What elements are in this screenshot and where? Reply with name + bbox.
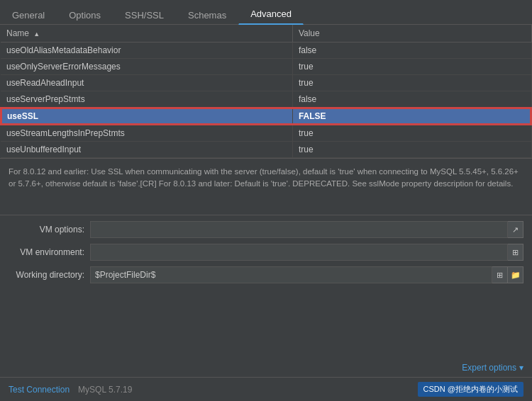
vm-options-input[interactable]	[90, 221, 508, 238]
table-cell-value: true	[292, 75, 531, 91]
properties-table: Name ▲ Value useOldAliasMetadataBehavior…	[0, 25, 532, 158]
tab-general[interactable]: General	[0, 5, 57, 25]
table-cell-value: false	[292, 43, 531, 59]
vm-options-label: VM options:	[9, 225, 90, 235]
table-cell-name: useStreamLengthsInPrepStmts	[1, 125, 292, 142]
working-directory-input-group: ⊞ 📁	[90, 266, 523, 283]
table-row[interactable]: useSSLFALSE	[1, 108, 531, 125]
table-cell-name: useOldAliasMetadataBehavior	[1, 43, 292, 59]
vm-environment-browse-btn[interactable]: ⊞	[508, 244, 523, 261]
watermark-label: CSDN @拒绝内卷的小测试	[418, 382, 523, 397]
vm-options-input-group: ↗	[90, 221, 523, 238]
table-cell-name: useUnbufferedInput	[1, 142, 292, 158]
tab-options[interactable]: Options	[57, 5, 113, 25]
tab-ssh_ssl[interactable]: SSH/SSL	[113, 5, 176, 25]
table-cell-value: FALSE	[292, 108, 531, 125]
working-directory-label: Working directory:	[9, 270, 90, 280]
column-name-header[interactable]: Name ▲	[1, 25, 292, 43]
expert-options-row: Expert options ▾	[0, 360, 532, 377]
table-cell-value: true	[292, 125, 531, 142]
working-directory-browse-btn1[interactable]: ⊞	[492, 266, 508, 283]
tab-schemas[interactable]: Schemas	[176, 5, 238, 25]
mysql-version: MySQL 5.7.19	[78, 385, 132, 395]
table-row[interactable]: useStreamLengthsInPrepStmtstrue	[1, 125, 531, 142]
table-row[interactable]: useOldAliasMetadataBehaviorfalse	[1, 43, 531, 59]
table-row[interactable]: useOnlyServerErrorMessagestrue	[1, 59, 531, 75]
vm-environment-row: VM environment: ⊞	[9, 244, 523, 261]
working-directory-browse-btn2[interactable]: 📁	[508, 266, 523, 283]
vm-options-expand-btn[interactable]: ↗	[508, 221, 523, 238]
table-cell-value: true	[292, 59, 531, 75]
property-description: For 8.0.12 and earlier: Use SSL when com…	[0, 159, 532, 215]
sort-icon: ▲	[33, 30, 40, 38]
vm-environment-input[interactable]	[90, 244, 508, 261]
properties-table-container: Name ▲ Value useOldAliasMetadataBehavior…	[0, 25, 532, 159]
working-directory-row: Working directory: ⊞ 📁	[9, 266, 523, 283]
footer: Test Connection MySQL 5.7.19 CSDN @拒绝内卷的…	[0, 377, 532, 401]
table-cell-name: useServerPrepStmts	[1, 91, 292, 108]
expert-options-button[interactable]: Expert options ▾	[462, 363, 523, 373]
form-area: VM options: ↗ VM environment: ⊞ Working …	[0, 215, 532, 360]
vm-environment-label: VM environment:	[9, 247, 90, 257]
tab-bar: GeneralOptionsSSH/SSLSchemasAdvanced	[0, 0, 532, 25]
table-cell-name: useReadAheadInput	[1, 75, 292, 91]
tab-advanced[interactable]: Advanced	[238, 4, 304, 25]
column-value-header[interactable]: Value	[292, 25, 531, 43]
vm-environment-input-group: ⊞	[90, 244, 523, 261]
table-cell-value: false	[292, 91, 531, 108]
table-cell-name: useSSL	[1, 108, 292, 125]
table-cell-value: true	[292, 142, 531, 158]
test-connection-button[interactable]: Test Connection	[9, 385, 70, 395]
footer-right: CSDN @拒绝内卷的小测试	[418, 382, 523, 397]
expert-options-label: Expert options	[462, 363, 516, 373]
main-content: Name ▲ Value useOldAliasMetadataBehavior…	[0, 25, 532, 401]
vm-options-row: VM options: ↗	[9, 221, 523, 238]
table-row[interactable]: useReadAheadInputtrue	[1, 75, 531, 91]
chevron-down-icon: ▾	[519, 363, 523, 373]
table-row[interactable]: useServerPrepStmtsfalse	[1, 91, 531, 108]
table-row[interactable]: useUnbufferedInputtrue	[1, 142, 531, 158]
table-cell-name: useOnlyServerErrorMessages	[1, 59, 292, 75]
working-directory-input[interactable]	[90, 266, 492, 283]
